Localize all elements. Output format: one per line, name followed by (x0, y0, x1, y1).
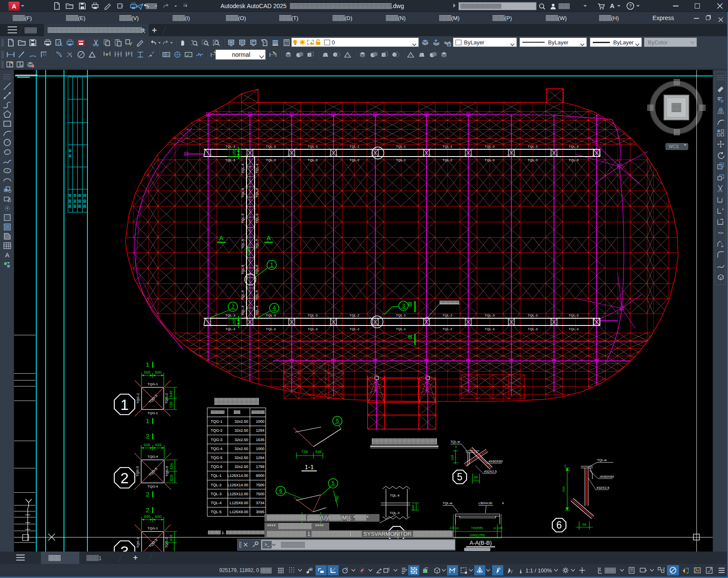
svg-text:TQL-3: TQL-3 (569, 327, 579, 331)
svg-text:TQL-3: TQL-3 (569, 314, 579, 317)
svg-text:TQL-2: TQL-2 (350, 314, 360, 317)
svg-text:TQL-3: TQL-3 (226, 158, 235, 162)
svg-text:500: 500 (144, 370, 150, 375)
svg-text:TQL-4: TQL-4 (211, 501, 222, 505)
svg-text:L125X12.00: L125X12.00 (227, 492, 248, 496)
svg-text:w: w (457, 440, 460, 444)
svg-text:B: B (408, 334, 412, 340)
svg-text:TQL-w: TQL-w (443, 501, 452, 505)
svg-text:TQL-3: TQL-3 (308, 158, 318, 162)
svg-text:TQL-5: TQL-5 (241, 264, 245, 274)
svg-text:?: ? (629, 3, 632, 9)
svg-text:1: 1 (120, 396, 128, 413)
svg-text:TQL-5: TQL-5 (255, 239, 259, 249)
svg-text:32x2.50: 32x2.50 (235, 438, 248, 442)
svg-text:1: 1 (270, 261, 273, 268)
svg-text:TQL-3: TQL-3 (390, 511, 400, 515)
svg-text:B: B (408, 301, 412, 308)
svg-text:1: 1 (146, 417, 149, 424)
svg-text:A: A (219, 235, 223, 241)
svg-text:TQL-3: TQL-3 (485, 314, 495, 317)
svg-text:118: 118 (450, 455, 454, 460)
svg-text:1799: 1799 (256, 465, 264, 469)
svg-text:TQL-1: TQL-1 (396, 327, 406, 331)
svg-text:DWF: DWF (78, 40, 84, 43)
svg-text:56: 56 (474, 475, 478, 479)
svg-text:WCS: WCS (669, 144, 679, 149)
svg-text:TQG-5: TQG-5 (211, 456, 223, 460)
svg-text:4: 4 (564, 464, 566, 467)
svg-text:TQL-3: TQL-3 (308, 314, 318, 317)
svg-text:-4X60X60: -4X60X60 (599, 475, 614, 479)
svg-text:TQL-2: TQL-2 (211, 483, 222, 487)
svg-text:1000: 1000 (256, 419, 264, 424)
svg-text:TQL-1: TQL-1 (396, 314, 406, 317)
svg-text:TQL-4: TQL-4 (255, 305, 259, 315)
svg-text:TQL-w: TQL-w (597, 458, 607, 462)
svg-text:TQL-3: TQL-3 (308, 145, 318, 148)
svg-text:TQL-1: TQL-1 (396, 158, 406, 162)
svg-text:1: 1 (146, 361, 149, 368)
svg-text:1635: 1635 (256, 438, 264, 442)
svg-text:TQL-1: TQL-1 (396, 145, 406, 148)
svg-text:500: 500 (411, 505, 415, 511)
svg-text:2: 2 (120, 470, 128, 486)
svg-text:TQL-3: TQL-3 (308, 327, 318, 331)
svg-text:9000: 9000 (256, 473, 264, 478)
svg-text:740(995): 740(995) (471, 526, 483, 530)
svg-text:L125X14.00: L125X14.00 (227, 483, 248, 487)
svg-text:TQG-4: TQG-4 (211, 447, 223, 451)
svg-text:TQG-6: TQG-6 (211, 465, 223, 469)
svg-text:TQL-2: TQL-2 (443, 145, 452, 148)
svg-text:TQL-1: TQL-1 (211, 473, 222, 478)
svg-text:TQL-5: TQL-5 (255, 213, 259, 223)
svg-text:A: A (5, 251, 9, 259)
svg-text:135: 135 (497, 526, 502, 529)
svg-text:TQL-3: TQL-3 (528, 327, 538, 331)
svg-text:434: 434 (562, 486, 566, 492)
svg-text:6: 6 (279, 488, 282, 494)
svg-text:125: 125 (450, 526, 455, 529)
svg-text:3: 3 (120, 543, 128, 552)
svg-text:1000: 1000 (246, 247, 250, 255)
svg-text:5: 5 (332, 480, 335, 486)
svg-text:32x2.50: 32x2.50 (235, 419, 248, 424)
svg-text:L125X14.00: L125X14.00 (227, 473, 248, 478)
svg-text:739: 739 (301, 450, 307, 454)
svg-text:626: 626 (144, 443, 150, 447)
svg-text:2: 2 (231, 303, 234, 310)
svg-text:#32X2.5: #32X2.5 (484, 470, 497, 473)
svg-text:500: 500 (155, 514, 161, 519)
svg-text:545: 545 (315, 450, 322, 454)
svg-text:TQG-4: TQG-4 (148, 485, 158, 488)
svg-text:TQL-: TQL- (450, 440, 458, 444)
svg-text:TQL-3: TQL-3 (485, 145, 495, 148)
svg-text:4: 4 (502, 501, 504, 505)
svg-text:3: 3 (402, 302, 405, 309)
svg-text:500: 500 (144, 514, 150, 519)
svg-text:TQL-5: TQL-5 (241, 213, 245, 223)
svg-text:32x2.50: 32x2.50 (235, 447, 248, 451)
svg-text:L125X8.00: L125X8.00 (229, 501, 248, 505)
svg-text:TQL-2: TQL-2 (443, 327, 452, 331)
svg-text:3734: 3734 (256, 501, 264, 505)
svg-text:TQL-3: TQL-3 (569, 158, 579, 162)
svg-text:1-1: 1-1 (305, 463, 314, 471)
svg-text:TQL-4: TQL-4 (241, 163, 245, 173)
svg-text:TQL-4: TQL-4 (255, 163, 259, 173)
svg-text:TQL-3: TQL-3 (226, 145, 235, 148)
svg-text:625: 625 (155, 443, 162, 447)
svg-text:TQG-4: TQG-4 (148, 455, 158, 459)
svg-text:TQL-3: TQL-3 (528, 314, 538, 317)
svg-text:TQL-3: TQL-3 (266, 145, 276, 148)
svg-text:TQG-5: TQG-5 (136, 466, 139, 476)
svg-text:6: 6 (557, 520, 562, 531)
svg-text:TQL-3: TQL-3 (266, 327, 276, 331)
svg-text:434: 434 (169, 463, 174, 470)
svg-text:1.: 1. (222, 531, 225, 535)
svg-text:TQL-3: TQL-3 (266, 158, 276, 162)
svg-text:L125X8.00: L125X8.00 (229, 510, 248, 514)
svg-text:TQL-5: TQL-5 (241, 239, 245, 249)
svg-text:TQL-3: TQL-3 (266, 314, 276, 317)
svg-text:434: 434 (169, 534, 173, 541)
